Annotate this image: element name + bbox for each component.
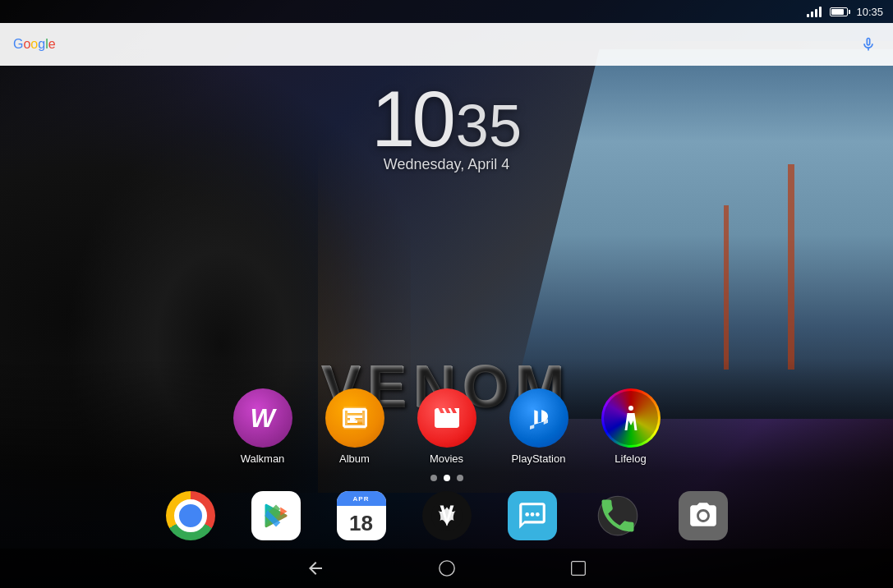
clock-widget: 10 35 Wednesday, April 4 [371,74,522,173]
messages-icon [508,491,557,540]
clock-date: Wednesday, April 4 [371,156,522,173]
page-dot-3[interactable] [457,475,463,481]
phone-icon [593,491,642,540]
movies-label: Movies [430,452,463,465]
back-button[interactable] [299,552,332,585]
clock-hour: 10 [371,74,453,164]
messages-app[interactable] [503,486,562,545]
svg-point-3 [525,512,529,517]
calendar-app[interactable]: APR 18 [332,486,391,545]
apps-row: W Walkman Album Movies [233,388,661,465]
dock-row: APR 18 [161,486,733,545]
walkman-app[interactable]: W Walkman [233,388,292,465]
svg-point-5 [535,512,539,517]
playstation-icon [509,388,568,448]
google-logo: Google [13,37,56,52]
status-bar: 10:35 [0,0,893,23]
signal-icon [807,6,822,17]
svg-rect-8 [571,562,585,576]
venom-app-dock[interactable] [417,486,476,545]
clock-minute: 35 [456,92,522,159]
recents-button[interactable] [562,552,595,585]
album-app[interactable]: Album [325,388,384,465]
camera-icon [679,491,728,540]
svg-point-4 [530,512,534,517]
playstation-app[interactable]: PlayStation [509,388,568,465]
venom-app-icon [422,491,472,540]
album-label: Album [339,452,370,465]
search-bar[interactable]: Google [0,23,893,66]
status-time: 10:35 [856,6,883,18]
walkman-icon: W [233,388,292,448]
playstore-app[interactable] [246,486,306,545]
page-dot-2[interactable] [444,475,450,481]
page-dot-1[interactable] [430,475,437,481]
walkman-label: Walkman [241,452,285,465]
phone-app[interactable] [588,486,647,545]
svg-point-7 [439,561,453,576]
movies-icon [417,388,476,448]
chrome-icon [166,491,215,540]
album-icon [325,388,384,448]
search-input[interactable] [62,30,857,59]
movies-app[interactable]: Movies [417,388,476,465]
nav-bar [0,549,893,588]
calendar-month-header: APR [337,491,386,506]
svg-point-1 [628,406,633,411]
svg-rect-0 [346,413,363,423]
home-button[interactable] [430,552,463,585]
page-dots [430,475,463,481]
battery-icon [830,7,848,16]
microphone-icon[interactable] [857,33,880,56]
lifelog-app[interactable]: Lifelog [601,388,661,465]
playstore-icon [251,491,301,540]
calendar-date: 18 [337,506,386,540]
lifelog-icon [601,388,661,448]
playstation-label: PlayStation [512,452,566,465]
chrome-app[interactable] [161,486,220,545]
calendar-icon: APR 18 [337,491,386,540]
lifelog-label: Lifelog [615,452,646,465]
camera-app[interactable] [674,486,733,545]
